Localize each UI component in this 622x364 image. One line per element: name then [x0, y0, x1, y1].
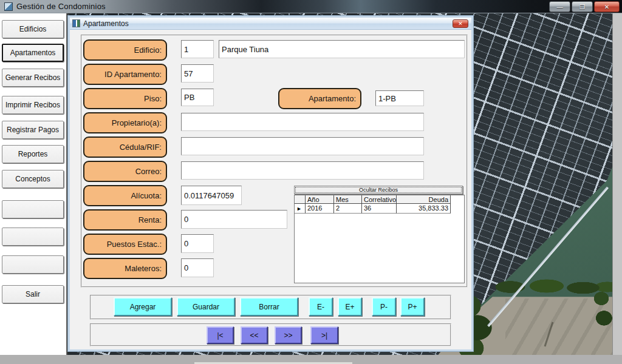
- cell-ano: 2016: [306, 204, 334, 214]
- sidebar-item-label: Reportes: [18, 150, 48, 158]
- nav-last-label: >|: [321, 331, 327, 340]
- apartamento-label: Apartamento:: [278, 88, 361, 109]
- sidebar-item-imprimir-recibos[interactable]: Imprimir Recibos: [2, 96, 64, 114]
- apartamentos-window: Apartamentos ✕ Edificio: ID Apartamento:…: [68, 16, 473, 351]
- apartamentos-client-area: Edificio: ID Apartamento: Piso: Apartame…: [70, 30, 471, 349]
- sidebar-item-label: Edificios: [19, 25, 47, 33]
- sidebar-item-label: Salir: [26, 290, 40, 298]
- sidebar-item-label: Generar Recibos: [5, 73, 61, 82]
- propietario-label: Propietario(a):: [83, 112, 167, 133]
- agregar-label: Agregar: [130, 303, 156, 311]
- sidebar-item-label: Apartamentos: [10, 49, 56, 57]
- sidebar-item-apartamentos[interactable]: Apartamentos: [2, 44, 64, 62]
- apartamentos-close-button[interactable]: ✕: [453, 19, 468, 28]
- puestos-estac-label: Puestos Estac.:: [83, 234, 167, 255]
- main-titlebar: Gestión de Condominios — ❐ ✕: [0, 0, 622, 13]
- recibos-grid-header: Año Mes Correlativo Deuda: [295, 195, 464, 204]
- p-minus-label: P-: [380, 303, 388, 311]
- apartamento-input[interactable]: [375, 90, 424, 106]
- restore-button[interactable]: ❐: [572, 1, 593, 12]
- sidebar-item-label: Registrar Pagos: [7, 126, 59, 134]
- edificio-nombre-input[interactable]: [219, 40, 465, 58]
- cell-correlativo: 36: [362, 204, 397, 214]
- column-header-ano: Año: [306, 195, 334, 204]
- nav-previous-button[interactable]: <<: [241, 326, 268, 344]
- cedula-rif-label: Cédula/RIF:: [83, 136, 167, 158]
- piso-siguiente-button[interactable]: P+: [400, 297, 425, 316]
- actions-panel: Agregar Guardar Borrar E- E+ P- P+: [90, 295, 451, 320]
- sidebar-item-registrar-pagos[interactable]: Registrar Pagos: [2, 121, 64, 139]
- sidebar-item-generar-recibos[interactable]: Generar Recibos: [2, 69, 64, 87]
- correo-input[interactable]: [181, 161, 424, 180]
- puestos-estac-input[interactable]: [181, 234, 214, 253]
- nav-first-button[interactable]: |<: [207, 326, 234, 344]
- maleteros-input[interactable]: [181, 258, 214, 277]
- app-title: Gestión de Condominios: [16, 2, 106, 11]
- close-button[interactable]: ✕: [594, 1, 620, 12]
- nav-first-label: |<: [217, 331, 223, 340]
- sidebar-item-salir[interactable]: Salir: [2, 285, 64, 303]
- nav-next-label: >>: [284, 331, 292, 340]
- apartamentos-titlebar[interactable]: Apartamentos ✕: [70, 18, 471, 30]
- guardar-label: Guardar: [193, 303, 219, 311]
- edificio-id-input[interactable]: [181, 40, 214, 58]
- nav-last-button[interactable]: >|: [310, 326, 338, 344]
- renta-input[interactable]: [181, 210, 287, 229]
- alicuota-label: Alícuota:: [83, 185, 167, 206]
- navigation-panel: |< << >> >|: [90, 323, 451, 346]
- restore-icon: ❐: [579, 4, 585, 10]
- sidebar: Edificios Apartamentos Generar Recibos I…: [0, 13, 67, 355]
- id-apartamento-input[interactable]: [181, 64, 214, 83]
- nav-previous-label: <<: [250, 331, 258, 340]
- piso-label: Piso:: [83, 88, 167, 109]
- app-icon: [4, 2, 13, 11]
- sidebar-item-label: Imprimir Recibos: [5, 101, 60, 109]
- row-selector-header: [295, 195, 306, 204]
- close-icon: ✕: [458, 21, 463, 27]
- agregar-button[interactable]: Agregar: [114, 297, 172, 316]
- borrar-button[interactable]: Borrar: [240, 297, 298, 316]
- column-header-deuda: Deuda: [397, 195, 451, 204]
- sidebar-item-conceptos[interactable]: Conceptos: [2, 170, 64, 188]
- borrar-label: Borrar: [259, 303, 279, 311]
- piso-anterior-button[interactable]: P-: [372, 297, 396, 316]
- row-selector-cell: ►: [295, 204, 306, 214]
- sidebar-item-reportes[interactable]: Reportes: [2, 145, 64, 163]
- correo-label: Correo:: [83, 161, 167, 182]
- sidebar-item-empty-2[interactable]: [2, 228, 64, 246]
- propietario-input[interactable]: [181, 113, 424, 131]
- sidebar-item-edificios[interactable]: Edificios: [2, 20, 64, 38]
- guardar-button[interactable]: Guardar: [177, 297, 235, 316]
- ocultar-recibos-button[interactable]: Ocultar Recibos: [294, 186, 463, 194]
- minimize-icon: —: [557, 4, 563, 10]
- cell-deuda: 35,833.33: [397, 204, 451, 214]
- sidebar-item-empty-3[interactable]: [2, 255, 64, 274]
- window-controls: — ❐ ✕: [549, 1, 620, 12]
- sidebar-item-empty-1[interactable]: [2, 200, 64, 218]
- nav-next-button[interactable]: >>: [275, 326, 302, 344]
- piso-input[interactable]: [181, 89, 214, 106]
- recibos-grid[interactable]: Año Mes Correlativo Deuda ► 2016 2 36 35…: [294, 195, 465, 283]
- column-header-correlativo: Correlativo: [362, 195, 397, 204]
- alicuota-input[interactable]: [181, 186, 242, 205]
- e-plus-label: E+: [345, 303, 354, 311]
- id-apartamento-label: ID Apartamento:: [83, 64, 167, 85]
- ocultar-recibos-label: Ocultar Recibos: [359, 187, 398, 193]
- renta-label: Renta:: [83, 209, 167, 231]
- maleteros-label: Maleteros:: [83, 258, 167, 279]
- edificio-anterior-button[interactable]: E-: [309, 297, 333, 316]
- column-header-mes: Mes: [334, 195, 362, 204]
- form-icon: [72, 19, 80, 27]
- edificio-label: Edificio:: [83, 39, 167, 61]
- table-row[interactable]: ► 2016 2 36 35,833.33: [295, 204, 464, 214]
- close-icon: ✕: [604, 4, 609, 10]
- current-row-icon: ►: [296, 206, 302, 212]
- minimize-button[interactable]: —: [549, 1, 570, 12]
- window-right-border: [612, 13, 622, 355]
- apartamentos-title: Apartamentos: [83, 19, 129, 28]
- trees: [588, 288, 612, 331]
- cedula-rif-input[interactable]: [181, 137, 424, 155]
- e-minus-label: E-: [317, 303, 324, 311]
- p-plus-label: P+: [408, 303, 417, 311]
- edificio-siguiente-button[interactable]: E+: [338, 297, 362, 316]
